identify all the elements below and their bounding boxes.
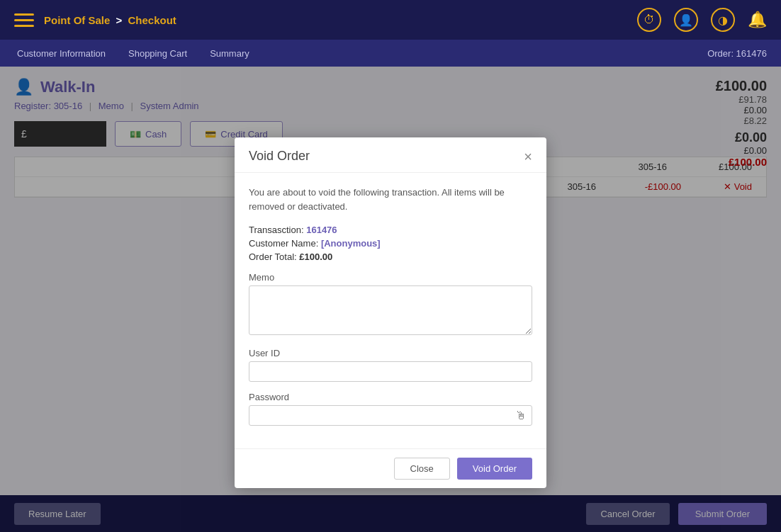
memo-group: Memo [249,272,532,338]
clock-icon[interactable]: ⏱ [637,8,661,32]
userid-label: User ID [249,348,532,358]
memo-input[interactable] [249,285,532,335]
nav-sep: > [113,14,125,26]
modal-customer: Customer Name: [Anonymous] [249,238,532,249]
modal-body: You are about to void the following tran… [235,173,546,448]
main-content: £100.00 £91.78 £0.00 £8.22 £0.00 £0.00 £… [0,67,781,495]
transaction-label: Transasction: [249,225,304,235]
nav-title-pos: Point Of Sale [44,14,110,26]
password-wrapper: 🖱 [249,405,532,426]
nav-title: Point Of Sale > Checkout [44,14,176,26]
bell-icon[interactable]: 🔔 [748,11,767,29]
sec-nav-left: Customer Information Shopping Cart Summa… [14,48,252,59]
modal-close-button[interactable]: × [524,149,532,164]
nav-customer-info[interactable]: Customer Information [14,48,108,59]
modal-overlay: Void Order × You are about to void the f… [0,67,781,532]
modal-description: You are about to void the following tran… [249,186,532,213]
void-order-modal: Void Order × You are about to void the f… [235,137,546,488]
secondary-nav: Customer Information Shopping Cart Summa… [0,40,781,67]
modal-close-modal-button[interactable]: Close [394,458,450,480]
top-nav: Point Of Sale > Checkout ⏱ 👤 ◑ 🔔 [0,0,781,40]
modal-title: Void Order [249,149,310,164]
nav-summary[interactable]: Summary [207,48,252,59]
top-nav-left: Point Of Sale > Checkout [14,13,176,27]
transaction-value: 161476 [306,225,337,235]
modal-void-order-button[interactable]: Void Order [457,458,532,480]
userid-group: User ID [249,348,532,382]
user-icon[interactable]: 👤 [674,8,698,32]
modal-header: Void Order × [235,137,546,173]
userid-input[interactable] [249,361,532,382]
order-number: Order: 161476 [707,48,767,59]
nav-title-checkout: Checkout [128,14,176,26]
order-total-label: Order Total: [249,251,297,262]
modal-footer: Close Void Order [235,448,546,488]
order-total-value: £100.00 [299,251,332,262]
password-input[interactable] [249,405,532,426]
password-group: Password 🖱 [249,392,532,426]
chart-icon[interactable]: ◑ [711,8,735,32]
customer-label: Customer Name: [249,238,318,249]
hamburger-menu[interactable] [14,13,34,27]
password-toggle-icon[interactable]: 🖱 [515,409,527,422]
password-label: Password [249,392,532,402]
customer-value: [Anonymous] [321,238,381,249]
memo-label: Memo [249,272,532,283]
modal-transaction: Transasction: 161476 [249,225,532,235]
modal-order-total: Order Total: £100.00 [249,251,532,262]
top-nav-icons: ⏱ 👤 ◑ 🔔 [637,8,767,32]
nav-shopping-cart[interactable]: Shopping Cart [125,48,190,59]
